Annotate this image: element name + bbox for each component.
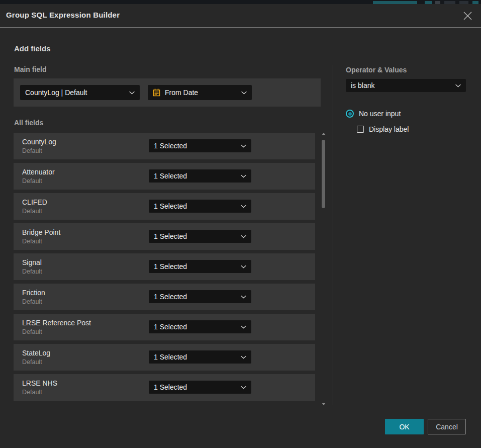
chevron-down-icon (241, 235, 246, 238)
display-label-text: Display label (369, 125, 409, 133)
dialog-header: Group SQL Expression Builder (0, 4, 481, 28)
checkbox-unchecked-icon (357, 126, 364, 133)
field-selection-value: 1 Selected (154, 172, 237, 180)
field-selection-value: 1 Selected (154, 323, 237, 331)
field-selection-dropdown[interactable]: 1 Selected (149, 139, 251, 152)
no-user-input-label: No user input (359, 110, 401, 118)
field-row[interactable]: LRSE NHS Default 1 Selected (14, 374, 315, 401)
add-fields-heading: Add fields (14, 44, 51, 53)
all-fields-label: All fields (14, 119, 43, 127)
operator-select[interactable]: is blank (346, 79, 466, 92)
radio-selected-icon (346, 110, 354, 118)
calendar-icon (153, 88, 160, 97)
field-selection-value: 1 Selected (154, 202, 237, 210)
field-selection-value: 1 Selected (154, 293, 237, 301)
field-row[interactable]: CountyLog Default 1 Selected (14, 133, 315, 159)
main-date-field-select[interactable]: From Date (148, 85, 252, 100)
scroll-down-arrow-icon[interactable] (321, 400, 326, 405)
main-field-panel: CountyLog | Default From Date (14, 78, 321, 107)
field-row[interactable]: Friction Default 1 Selected (14, 284, 315, 310)
field-row[interactable]: Signal Default 1 Selected (14, 253, 315, 280)
background-app-strip (0, 0, 481, 4)
chevron-down-icon (241, 91, 247, 95)
field-selection-value: 1 Selected (154, 142, 237, 150)
main-date-field-value: From Date (165, 88, 237, 97)
dialog-title: Group SQL Expression Builder (6, 11, 120, 19)
chevron-down-icon (129, 91, 135, 95)
cancel-button[interactable]: Cancel (428, 419, 466, 434)
field-selection-dropdown[interactable]: 1 Selected (149, 290, 251, 303)
field-row[interactable]: StateLog Default 1 Selected (14, 344, 315, 371)
operator-values-label: Operator & Values (346, 66, 407, 74)
main-layer-select[interactable]: CountyLog | Default (20, 85, 140, 100)
chevron-down-icon (241, 205, 246, 208)
vertical-divider (333, 65, 333, 405)
chevron-down-icon (241, 265, 246, 268)
chevron-down-icon (241, 174, 246, 178)
list-scrollbar[interactable] (321, 133, 326, 405)
group-sql-expression-builder-dialog: Group SQL Expression Builder Add fields … (0, 4, 481, 448)
field-selection-dropdown[interactable]: 1 Selected (149, 230, 251, 243)
all-fields-list: CountyLog Default 1 Selected Attenuator … (14, 133, 315, 404)
display-label-checkbox[interactable]: Display label (357, 125, 409, 133)
field-selection-dropdown[interactable]: 1 Selected (149, 350, 251, 364)
close-icon (463, 11, 472, 21)
chevron-down-icon (241, 325, 246, 329)
field-row[interactable]: Attenuator Default 1 Selected (14, 163, 315, 190)
operator-select-value: is blank (351, 81, 451, 89)
close-button[interactable] (460, 9, 474, 23)
chevron-down-icon (455, 84, 461, 87)
field-selection-value: 1 Selected (154, 353, 237, 361)
chevron-down-icon (241, 295, 246, 299)
field-selection-value: 1 Selected (154, 232, 237, 240)
field-selection-dropdown[interactable]: 1 Selected (149, 381, 251, 394)
field-selection-value: 1 Selected (154, 383, 237, 391)
ok-button[interactable]: OK (385, 419, 424, 434)
field-selection-value: 1 Selected (154, 262, 237, 271)
scroll-up-arrow-icon[interactable] (321, 133, 326, 138)
main-layer-select-value: CountyLog | Default (25, 88, 125, 97)
scrollbar-thumb[interactable] (322, 140, 325, 208)
field-row[interactable]: Bridge Point Default 1 Selected (14, 223, 315, 250)
field-selection-dropdown[interactable]: 1 Selected (149, 200, 251, 213)
field-row[interactable]: LRSE Reference Post Default 1 Selected (14, 314, 315, 340)
field-selection-dropdown[interactable]: 1 Selected (149, 169, 251, 183)
chevron-down-icon (241, 355, 246, 359)
chevron-down-icon (241, 386, 246, 389)
field-selection-dropdown[interactable]: 1 Selected (149, 320, 251, 333)
field-row[interactable]: CLIFED Default 1 Selected (14, 193, 315, 220)
chevron-down-icon (241, 144, 246, 148)
no-user-input-radio[interactable]: No user input (346, 110, 401, 118)
field-selection-dropdown[interactable]: 1 Selected (149, 260, 251, 273)
main-field-label: Main field (14, 65, 47, 73)
